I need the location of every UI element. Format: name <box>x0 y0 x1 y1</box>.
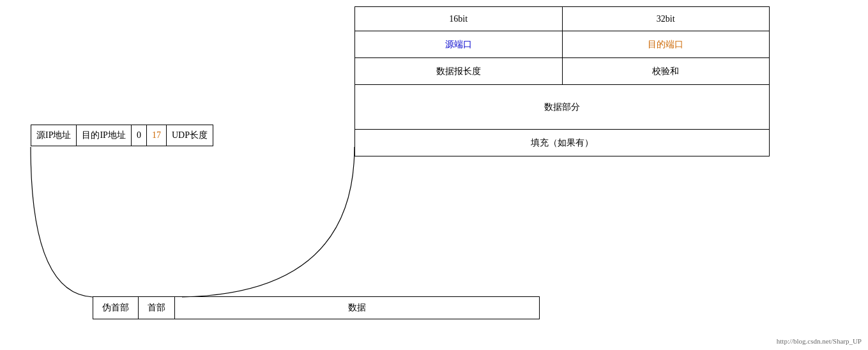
table-row-data: 数据部分 <box>355 85 770 130</box>
table-row-ports: 源端口 目的端口 <box>355 31 770 58</box>
cell-checksum: 校验和 <box>562 58 770 85</box>
cell-data-section: 数据部分 <box>355 85 770 130</box>
table-row-length-checksum: 数据报长度 校验和 <box>355 58 770 85</box>
left-connector <box>31 147 93 297</box>
watermark: http://blog.csdn.net/Sharp_UP <box>777 337 862 345</box>
pseudo-header-table: 源IP地址 目的IP地址 0 17 UDP长度 <box>31 125 213 146</box>
cell-16bit: 16bit <box>355 7 563 31</box>
bottom-bar: 伪首部 首部 数据 <box>93 296 540 319</box>
udp-datagram-table: 16bit 32bit 源端口 目的端口 数据报长度 校验和 数据部分 填充（如… <box>354 6 770 156</box>
cell-padding: 填充（如果有） <box>355 130 770 156</box>
cell-header-label: 首部 <box>139 297 175 319</box>
cell-dst-port: 目的端口 <box>562 31 770 58</box>
table-row-bits: 16bit 32bit <box>355 7 770 31</box>
cell-dst-ip: 目的IP地址 <box>77 125 131 146</box>
cell-datagram-length: 数据报长度 <box>355 58 563 85</box>
cell-zero: 0 <box>132 125 147 146</box>
diagram-container: 源IP地址 目的IP地址 0 17 UDP长度 16bit 32bit 源端口 … <box>0 0 868 350</box>
table-row-padding: 填充（如果有） <box>355 130 770 156</box>
cell-src-port: 源端口 <box>355 31 563 58</box>
cell-src-ip: 源IP地址 <box>31 125 77 146</box>
cell-32bit: 32bit <box>562 7 770 31</box>
cell-protocol: 17 <box>147 125 167 146</box>
cell-udp-len: UDP长度 <box>167 125 213 146</box>
right-connector <box>182 147 354 297</box>
cell-pseudo-header-label: 伪首部 <box>93 297 139 319</box>
cell-data-label: 数据 <box>175 297 539 319</box>
